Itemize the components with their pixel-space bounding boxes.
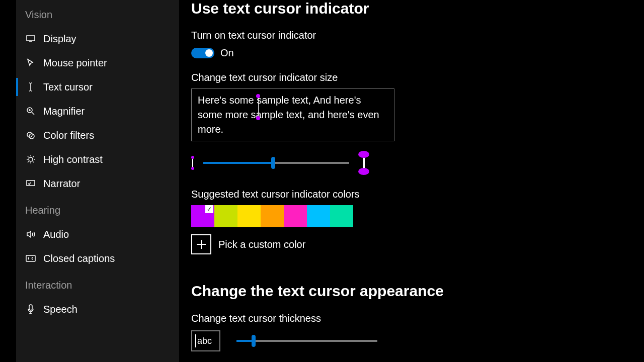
color-swatch[interactable] <box>284 205 307 227</box>
svg-point-8 <box>29 157 33 161</box>
color-filters-icon <box>25 130 36 141</box>
magnifier-icon <box>25 106 36 117</box>
sidebar-item-label: Text cursor <box>43 81 93 93</box>
sidebar-item-label: Mouse pointer <box>43 57 107 69</box>
svg-line-13 <box>28 156 29 157</box>
color-swatch[interactable] <box>307 205 330 227</box>
pick-custom-color-button[interactable] <box>191 234 211 254</box>
text-cursor-icon <box>25 81 36 93</box>
high-contrast-icon <box>25 154 36 165</box>
svg-line-16 <box>33 156 34 157</box>
sidebar-item-closed-captions[interactable]: Closed captions <box>16 246 179 270</box>
svg-rect-18 <box>26 255 35 261</box>
sidebar-item-label: High contrast <box>43 154 103 165</box>
color-swatch[interactable] <box>330 205 353 227</box>
thickness-preview-text: abc <box>197 336 212 346</box>
audio-icon <box>25 229 36 240</box>
color-swatch[interactable] <box>261 205 284 227</box>
pointer-icon <box>25 57 36 68</box>
thickness-preview: abc <box>191 330 220 351</box>
color-swatches <box>191 205 483 227</box>
sidebar-item-label: Speech <box>43 304 77 315</box>
cursor-indicator-toggle[interactable] <box>191 48 214 58</box>
sidebar-item-display[interactable]: Display <box>16 27 179 51</box>
svg-rect-19 <box>29 305 32 310</box>
size-indicator-max-icon <box>358 151 369 175</box>
sidebar-group-title: Interaction <box>16 270 179 297</box>
thickness-slider[interactable] <box>236 340 377 342</box>
colors-label: Suggested text cursor indicator colors <box>191 189 483 200</box>
sidebar-item-label: Display <box>43 33 76 45</box>
svg-line-15 <box>28 161 29 162</box>
custom-color-label: Pick a custom color <box>218 239 305 250</box>
svg-line-14 <box>33 161 34 162</box>
svg-rect-0 <box>27 36 35 41</box>
sidebar-item-magnifier[interactable]: Magnifier <box>16 99 179 123</box>
page-title: Use text cursor indicator <box>191 0 483 17</box>
sidebar-item-audio[interactable]: Audio <box>16 222 179 246</box>
size-label: Change text cursor indicator size <box>191 72 483 83</box>
color-swatch[interactable] <box>191 205 214 227</box>
sidebar-item-label: Closed captions <box>43 253 115 264</box>
display-icon <box>25 33 36 44</box>
sidebar-item-high-contrast[interactable]: High contrast <box>16 147 179 171</box>
sidebar-group-title: Hearing <box>16 196 179 222</box>
sidebar-item-label: Narrator <box>43 178 80 190</box>
toggle-state-label: On <box>220 47 234 59</box>
narrator-icon <box>25 178 36 189</box>
indicator-size-slider[interactable] <box>203 162 349 164</box>
sidebar-group-title: Vision <box>16 0 179 27</box>
sidebar-item-label: Magnifier <box>43 106 85 117</box>
svg-line-3 <box>32 112 34 115</box>
sample-text: Here's some sample text, And here's some… <box>198 95 379 135</box>
sidebar-item-label: Audio <box>43 229 69 240</box>
color-swatch[interactable] <box>214 205 237 227</box>
thickness-label: Change text cursor thickness <box>191 313 483 324</box>
sidebar-item-color-filters[interactable]: Color filters <box>16 123 179 147</box>
size-indicator-min-icon <box>191 156 194 170</box>
toggle-section-label: Turn on text cursor indicator <box>191 30 483 41</box>
color-swatch[interactable] <box>237 205 261 227</box>
speech-icon <box>25 304 36 315</box>
sidebar-item-speech[interactable]: Speech <box>16 297 179 321</box>
sidebar: VisionDisplayMouse pointerText cursorMag… <box>16 0 179 362</box>
sidebar-item-label: Color filters <box>43 130 94 141</box>
sample-text-box: Here's some sample text, And here's some… <box>191 88 394 141</box>
main-panel: Use text cursor indicator Turn on text c… <box>179 0 619 362</box>
captions-icon <box>25 253 36 264</box>
sidebar-item-narrator[interactable]: Narrator <box>16 171 179 196</box>
plus-icon <box>196 239 207 250</box>
appearance-title: Change the text cursor appearance <box>191 283 483 300</box>
sidebar-item-mouse-pointer[interactable]: Mouse pointer <box>16 51 179 75</box>
sidebar-item-text-cursor[interactable]: Text cursor <box>16 75 179 99</box>
